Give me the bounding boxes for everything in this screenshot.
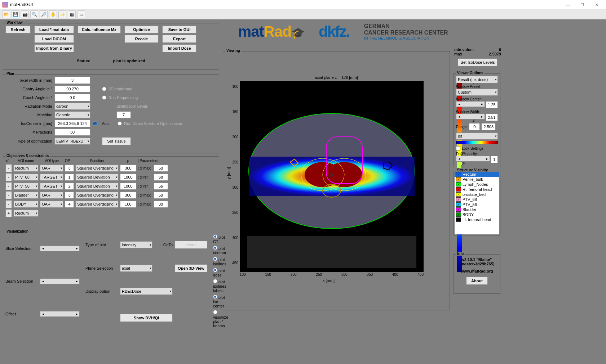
voitype-dropdown[interactable]: OAR — [40, 201, 63, 208]
result-dropdown[interactable]: Result (i.e. dose) — [456, 76, 498, 83]
datacursor-icon[interactable]: ✨ — [58, 10, 66, 18]
remove-row-button[interactable]: - — [5, 200, 12, 208]
add-row-button[interactable]: + — [5, 209, 12, 217]
p-input[interactable] — [120, 201, 136, 208]
optimize-button[interactable]: Optimize — [124, 26, 159, 33]
p-input[interactable] — [120, 165, 136, 172]
save-gui-button[interactable]: Save to GUI — [162, 26, 196, 33]
viz-beams-radio[interactable] — [213, 310, 217, 314]
structure-row[interactable]: ✓Penile_bulb — [455, 177, 499, 182]
plot-isolines-radio[interactable] — [213, 257, 217, 261]
op-input[interactable] — [65, 201, 74, 208]
load-mat-button[interactable]: Load *.mat data — [34, 26, 74, 33]
remove-row-button[interactable]: - — [5, 164, 12, 172]
structure-row[interactable]: ✓prostate_bed — [455, 192, 499, 197]
p-input[interactable] — [120, 192, 136, 199]
radmode-dropdown[interactable]: carbon — [54, 103, 90, 110]
opacity-input[interactable] — [491, 156, 498, 163]
calc-influence-button[interactable]: Calc. influence Mx — [78, 26, 121, 33]
preset-dropdown[interactable]: Custom — [456, 89, 498, 96]
camera-icon[interactable]: 📷 — [21, 10, 29, 18]
offset-slider[interactable]: ◂▸ — [40, 311, 80, 317]
op-input[interactable] — [65, 174, 74, 181]
iso-input[interactable] — [54, 120, 90, 127]
remove-row-button[interactable]: - — [5, 182, 12, 190]
structure-row[interactable]: ✓Rectum — [455, 172, 499, 177]
func-dropdown[interactable]: Squared Overdosing — [75, 165, 119, 172]
op-input[interactable] — [65, 192, 74, 199]
func-dropdown[interactable]: Squared Overdosing — [75, 201, 119, 208]
recalc-button[interactable]: Recalc — [124, 35, 159, 43]
refresh-button[interactable]: Refresh — [5, 26, 31, 33]
about-button[interactable]: About — [466, 277, 488, 285]
center-slider[interactable]: ◂▸ — [456, 101, 485, 107]
open3d-button[interactable]: Open 3D-View — [175, 264, 207, 272]
lock-check[interactable] — [456, 146, 460, 150]
close-button[interactable]: ✕ — [589, 0, 604, 9]
display-dropdown[interactable]: RBExDose — [120, 288, 173, 295]
couch-input[interactable] — [54, 94, 90, 101]
save-icon[interactable]: 💾 — [12, 10, 19, 18]
strat-input[interactable] — [116, 111, 131, 118]
opttype-dropdown[interactable]: LEMIV_RBExD — [54, 138, 90, 145]
remove-row-button[interactable]: - — [5, 191, 12, 199]
param-input[interactable] — [154, 192, 168, 199]
voi-dropdown[interactable]: Rectum — [13, 165, 39, 172]
beam-slider[interactable]: ◂▸ — [40, 278, 80, 284]
colormap-dropdown[interactable]: jet — [456, 132, 498, 140]
slice-slider[interactable]: ◂▸ — [40, 246, 80, 251]
dose-canvas[interactable] — [240, 81, 424, 272]
structure-row[interactable]: ✓Rt. femoral head — [455, 187, 499, 192]
import-dose-button[interactable]: Import Dose — [162, 44, 196, 52]
width-slider[interactable]: ◂▸ — [456, 114, 485, 120]
legend-icon[interactable]: ▭ — [77, 10, 85, 18]
center-input[interactable] — [486, 101, 498, 108]
param-input[interactable] — [154, 165, 168, 172]
range-max-input[interactable] — [481, 123, 496, 130]
param-input[interactable] — [154, 183, 168, 190]
pan-icon[interactable]: ✋ — [49, 10, 57, 18]
colorbar-icon[interactable]: ▦ — [68, 10, 76, 18]
plot-iso-center-radio[interactable] — [213, 295, 217, 299]
plot-contour-radio[interactable] — [213, 246, 217, 250]
structure-row[interactable]: ✓PTV_68 — [455, 197, 499, 202]
p-input[interactable] — [120, 183, 136, 190]
param-input[interactable] — [154, 201, 168, 208]
voitype-dropdown[interactable]: OAR — [40, 165, 63, 172]
voitype-dropdown[interactable]: OAR — [40, 192, 63, 199]
voi-dropdown[interactable]: BODY — [13, 201, 39, 208]
voitype-dropdown[interactable]: TARGET — [40, 183, 63, 190]
fractions-input[interactable] — [54, 129, 90, 136]
param-input[interactable] — [154, 174, 168, 181]
remove-row-button[interactable]: - — [5, 173, 12, 181]
open-icon[interactable]: 📂 — [2, 10, 10, 18]
plane-dropdown[interactable]: axial — [120, 265, 152, 272]
auto-check[interactable] — [93, 121, 97, 126]
maximize-button[interactable]: ☐ — [575, 0, 589, 9]
voi-dropdown[interactable]: Bladder — [13, 192, 39, 199]
structure-row[interactable]: ✓Lymph_Nodes — [455, 182, 499, 187]
func-dropdown[interactable]: Squared Deviation — [75, 183, 119, 190]
structure-row[interactable]: ✓PTV_56 — [455, 202, 499, 207]
set-isodose-button[interactable]: Set IsoDose Levels — [458, 58, 497, 66]
gantry-input[interactable] — [54, 85, 90, 93]
range-min-input[interactable] — [469, 123, 480, 130]
minimize-button[interactable]: — — [561, 0, 575, 9]
func-dropdown[interactable]: Squared Deviation — [75, 174, 119, 181]
plot-type-dropdown[interactable]: intensity — [120, 241, 152, 248]
structure-row[interactable]: ✓Bladder — [455, 207, 499, 212]
width-input[interactable] — [486, 114, 498, 121]
structure-row[interactable]: ✓Lt. femoral head — [455, 217, 499, 222]
voi-dropdown[interactable]: PTV_56 — [13, 183, 39, 190]
load-dicom-button[interactable]: Load DICOM — [34, 35, 74, 43]
import-binary-button[interactable]: Import from Binary — [34, 44, 74, 52]
voitype-dropdown[interactable]: TARGET — [40, 174, 63, 181]
machine-dropdown[interactable]: Generic — [54, 111, 90, 118]
add-voi-dropdown[interactable]: Rectum — [13, 210, 39, 217]
p-input[interactable] — [120, 174, 136, 181]
func-dropdown[interactable]: Squared Overdosing — [75, 192, 119, 199]
export-button[interactable]: Export — [162, 35, 196, 43]
opacity-slider[interactable]: ◂▸ — [456, 156, 490, 162]
zoom-in-icon[interactable]: 🔍 — [30, 10, 38, 18]
set-tissue-button[interactable]: Set Tissue — [102, 137, 131, 145]
